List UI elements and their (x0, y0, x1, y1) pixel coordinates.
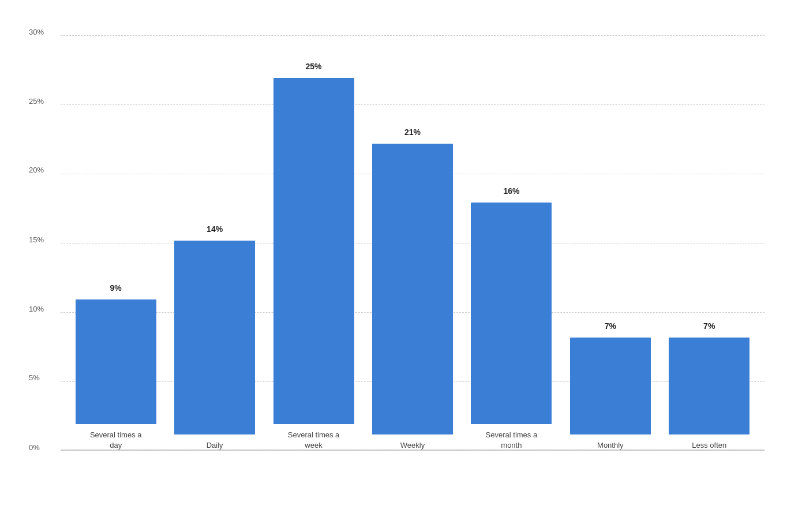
bar-group: 21%Weekly (363, 35, 462, 451)
bar-value-label: 16% (503, 186, 519, 196)
y-tick-label: 25% (29, 96, 44, 105)
bar-value-label: 25% (306, 62, 322, 71)
bar-value-label: 14% (207, 224, 223, 234)
y-tick-label: 0% (29, 443, 40, 451)
bar-group: 9%Several times aday (66, 35, 165, 451)
bar: 25% (273, 78, 354, 424)
bar-value-label: 9% (110, 283, 122, 293)
bar-group: 14%Daily (165, 35, 264, 451)
y-tick-label: 10% (29, 304, 44, 313)
bar-value-label: 21% (404, 128, 421, 137)
y-tick-label: 5% (29, 373, 40, 382)
bar-group: 16%Several times amonth (462, 35, 561, 451)
bar-value-label: 7% (605, 321, 616, 331)
bar: 21% (372, 144, 453, 434)
bar: 7% (669, 338, 749, 434)
grid-line: 0% (61, 451, 764, 451)
x-axis-label: Several times aweek (288, 430, 340, 451)
chart-area: 30%25%20%15%10%5%0% 9%Several times aday… (61, 35, 764, 451)
y-tick-label: 15% (29, 235, 44, 243)
x-axis-line (61, 449, 764, 451)
bar-group: 7%Less often (660, 35, 759, 451)
bar: 9% (76, 299, 156, 424)
x-axis-label: Several times amonth (486, 430, 538, 451)
chart-container: 30%25%20%15%10%5%0% 9%Several times aday… (14, 12, 788, 520)
bar: 7% (570, 338, 651, 434)
bar: 14% (174, 241, 255, 434)
bar-group: 25%Several times aweek (264, 35, 363, 451)
y-tick-label: 20% (29, 166, 44, 174)
bars-wrapper: 9%Several times aday14%Daily25%Several t… (61, 35, 764, 451)
bar: 16% (471, 203, 552, 424)
bar-group: 7%Monthly (561, 35, 659, 451)
bar-value-label: 7% (703, 321, 715, 331)
y-tick-label: 30% (29, 27, 44, 36)
x-axis-label: Several times aday (90, 430, 142, 451)
